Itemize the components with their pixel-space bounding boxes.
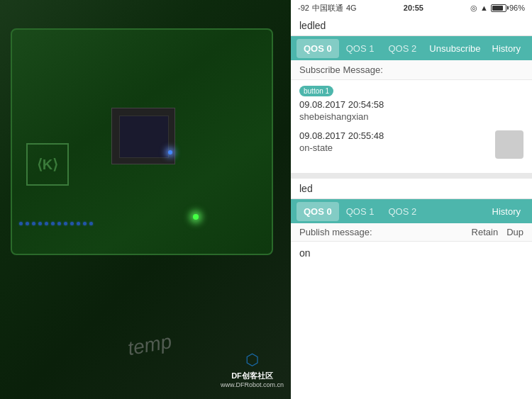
status-bar: -92 中国联通 4G 20:55 ◎ ▲ 96%: [291, 0, 532, 16]
status-right: ◎ ▲ 96%: [470, 4, 525, 13]
watermark-url: www.DFRobot.com.cn: [221, 381, 284, 388]
message-item-1: button 1 09.08.2017 20:54:58 shebeishang…: [299, 86, 523, 122]
history-button[interactable]: History: [487, 40, 526, 57]
tab-qos0-top[interactable]: QOS 0: [297, 39, 339, 58]
phone-ui: -92 中国联通 4G 20:55 ◎ ▲ 96% ledled QOS 0 Q…: [291, 0, 532, 399]
publish-input-value: on: [299, 247, 311, 259]
battery-percent: 96%: [509, 4, 525, 12]
blue-led: [168, 150, 172, 154]
message-timestamp-2: 09.08.2017 20:55:48: [299, 130, 384, 141]
status-left: -92 中国联通 4G: [298, 3, 357, 13]
publish-header: Publish message: Retain Dup: [291, 223, 532, 242]
qos-tabs-top: QOS 0 QOS 1 QOS 2 Unsubscribe History: [291, 36, 532, 60]
dup-button[interactable]: Dup: [506, 227, 523, 237]
background-photo: ⟨K⟩ temp ⬡ DF创客社区 www.DFRobot.com.cn: [0, 0, 294, 399]
message-item-2: 09.08.2017 20:55:48 on-state: [299, 130, 523, 159]
signal-strength: -92: [298, 4, 309, 12]
watermark: ⬡ DF创客社区 www.DFRobot.com.cn: [221, 351, 284, 388]
publish-label: Publish message:: [299, 227, 372, 237]
qos-tabs-bottom: QOS 0 QOS 1 QOS 2 History: [291, 199, 532, 223]
location-icon: ◎: [470, 4, 477, 13]
message-text-2: on-state: [299, 142, 384, 153]
sender-badge: button 1: [299, 86, 333, 96]
battery-icon: [491, 4, 506, 12]
time-display: 20:55: [404, 4, 423, 12]
tab-qos1-bottom[interactable]: QOS 1: [339, 202, 382, 221]
watermark-brand: DF创客社区: [231, 371, 273, 381]
message-text-1: shebeishangxian: [299, 111, 523, 122]
message-timestamp-1: 09.08.2017 20:54:58: [299, 99, 523, 110]
panel-title-led: led: [291, 179, 532, 199]
unsubscribe-button[interactable]: Unsubscribe: [423, 40, 486, 57]
publish-actions: Retain Dup: [472, 227, 523, 237]
panel-divider: [291, 173, 532, 179]
pcb-logo: ⟨K⟩: [26, 143, 69, 186]
message-area: button 1 09.08.2017 20:54:58 shebeishang…: [291, 80, 532, 173]
publish-input-display[interactable]: on: [291, 242, 532, 264]
network-type: 4G: [346, 4, 357, 12]
wifi-icon: ▲: [480, 4, 488, 12]
carrier: 中国联通: [312, 3, 343, 13]
tab-qos2-bottom[interactable]: QOS 2: [382, 202, 424, 221]
message-sender-1: button 1: [299, 86, 523, 96]
tab-qos2-top[interactable]: QOS 2: [382, 39, 424, 58]
green-led: [193, 214, 199, 220]
bottom-panel-led: led QOS 0 QOS 1 QOS 2 History Publish me…: [291, 179, 532, 399]
pcb-board: ⟨K⟩: [11, 28, 273, 255]
dot-row: [19, 222, 93, 225]
handwriting-text: temp: [126, 330, 174, 360]
message-avatar: [495, 130, 523, 159]
tab-qos0-bottom[interactable]: QOS 0: [297, 202, 339, 221]
tab-qos1-top[interactable]: QOS 1: [339, 39, 382, 58]
pcb-chip: [111, 108, 175, 164]
retain-button[interactable]: Retain: [472, 227, 499, 237]
top-panel-ledled: ledled QOS 0 QOS 1 QOS 2 Unsubscribe His…: [291, 16, 532, 173]
subscribe-header: Subscribe Message:: [291, 60, 532, 80]
history-button-bottom[interactable]: History: [487, 203, 526, 220]
panel-title-ledled: ledled: [291, 16, 532, 36]
